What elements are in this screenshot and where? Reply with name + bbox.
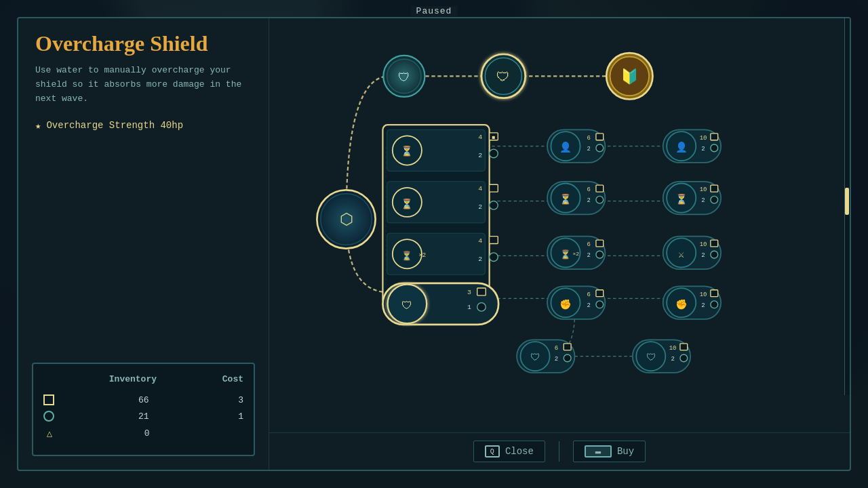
svg-text:6: 6: [555, 345, 558, 352]
inv-cost-2: 1: [216, 411, 243, 422]
svg-rect-103: [711, 240, 718, 247]
svg-text:👤: 👤: [675, 141, 688, 153]
close-label: Close: [505, 446, 534, 457]
inv-header-inventory: Inventory: [109, 374, 157, 384]
svg-text:⏳: ⏳: [401, 198, 413, 210]
svg-point-62: [596, 196, 604, 203]
svg-rect-96: [711, 185, 718, 192]
inv-cost-1: 3: [216, 395, 243, 405]
svg-text:10: 10: [669, 345, 677, 352]
svg-text:6: 6: [587, 241, 590, 248]
svg-rect-31: [490, 184, 498, 192]
resource-icon-square: [43, 394, 54, 405]
svg-text:⏳: ⏳: [560, 249, 571, 260]
scrollbar-thumb[interactable]: [845, 188, 849, 215]
close-button[interactable]: Q Close: [473, 441, 545, 462]
resource-icon-circle: [43, 411, 54, 422]
svg-text:1: 1: [467, 304, 471, 311]
svg-point-119: [680, 354, 688, 362]
inv-count-2: 21: [122, 411, 149, 422]
svg-text:2: 2: [587, 302, 590, 309]
svg-text:⏳: ⏳: [401, 145, 413, 157]
svg-text:🛡: 🛡: [530, 352, 540, 363]
svg-text:⚔: ⚔: [678, 249, 684, 260]
inv-count-1: 66: [122, 395, 149, 405]
stat-label: Overcharge Strength 40hp: [46, 120, 183, 131]
svg-point-77: [596, 301, 604, 308]
svg-rect-75: [596, 290, 604, 297]
svg-text:🛡: 🛡: [646, 352, 656, 363]
svg-text:⏳: ⏳: [559, 193, 572, 205]
svg-text:2: 2: [701, 302, 705, 309]
svg-text:2: 2: [478, 256, 482, 263]
inv-header-cost: Cost: [222, 374, 243, 384]
svg-rect-46: [477, 288, 486, 296]
buy-button[interactable]: ▬ Buy: [573, 441, 646, 462]
svg-text:10: 10: [700, 135, 707, 142]
inv-count-3: 0: [123, 428, 150, 439]
svg-text:×2: ×2: [572, 251, 579, 257]
svg-text:✊: ✊: [559, 298, 572, 310]
svg-text:👤: 👤: [559, 141, 572, 153]
svg-text:⬡: ⬡: [340, 211, 353, 229]
bottom-bar: Q Close ▬ Buy: [269, 432, 850, 470]
svg-rect-53: [596, 134, 604, 140]
paused-label: Paused: [411, 6, 458, 16]
svg-text:6: 6: [587, 135, 590, 142]
svg-rect-68: [596, 240, 604, 247]
svg-point-26: [490, 149, 498, 158]
svg-point-33: [490, 201, 498, 210]
inventory-row-3: △ 0: [43, 427, 243, 439]
svg-text:2: 2: [587, 197, 590, 204]
close-key-icon: Q: [485, 445, 500, 458]
svg-rect-82: [564, 344, 571, 350]
svg-text:2: 2: [701, 252, 705, 259]
inventory-row-2: 21 1: [43, 411, 243, 422]
skill-tree-panel: ⬡ 🛡 🛡 🔰 ⏳ ◼ 4 2: [269, 18, 850, 432]
buy-label: Buy: [617, 446, 634, 457]
inventory-row-1: 66 3: [43, 394, 243, 405]
svg-text:🛡: 🛡: [496, 70, 510, 85]
buy-key-icon: ▬: [585, 445, 612, 458]
inventory-header: Inventory Cost: [43, 374, 243, 388]
svg-point-112: [711, 301, 718, 308]
svg-text:×2: ×2: [418, 252, 426, 259]
scrollbar[interactable]: [844, 18, 850, 395]
svg-text:✊: ✊: [675, 298, 688, 310]
skill-description: Use water to manually overcharge your sh…: [35, 64, 252, 106]
close-key: Q: [490, 448, 494, 455]
svg-text:4: 4: [478, 237, 482, 245]
inventory-box: Inventory Cost 66 3 21 1 △ 0: [32, 363, 255, 456]
svg-rect-117: [680, 344, 688, 350]
svg-rect-110: [711, 290, 718, 297]
svg-text:10: 10: [700, 291, 707, 298]
svg-point-84: [564, 354, 571, 362]
svg-text:2: 2: [671, 356, 674, 363]
svg-rect-39: [490, 237, 498, 244]
svg-point-70: [596, 251, 604, 258]
svg-text:2: 2: [587, 146, 590, 152]
svg-text:6: 6: [587, 186, 590, 193]
svg-rect-60: [596, 185, 604, 192]
svg-point-91: [711, 144, 718, 152]
svg-point-98: [711, 196, 718, 203]
svg-text:2: 2: [701, 197, 705, 204]
svg-text:2: 2: [478, 203, 482, 211]
svg-point-105: [711, 251, 718, 258]
skill-stat: ★ Overcharge Strength 40hp: [35, 120, 252, 131]
svg-text:⏳: ⏳: [401, 251, 412, 262]
skill-title: Overcharge Shield: [35, 32, 252, 56]
star-icon: ★: [35, 120, 41, 131]
skill-tree-svg: ⬡ 🛡 🛡 🔰 ⏳ ◼ 4 2: [269, 18, 850, 432]
svg-text:◼: ◼: [492, 134, 496, 140]
resource-icon-triangle: △: [43, 427, 56, 439]
svg-text:2: 2: [701, 146, 705, 152]
svg-text:6: 6: [587, 291, 590, 298]
svg-text:2: 2: [555, 356, 558, 363]
main-panel: Paused Overcharge Shield Use water to ma…: [17, 17, 851, 471]
svg-text:🛡: 🛡: [401, 300, 412, 312]
svg-text:⏳: ⏳: [675, 193, 688, 205]
left-panel: Overcharge Shield Use water to manually …: [18, 18, 269, 470]
buy-key: ▬: [595, 446, 601, 457]
svg-text:2: 2: [478, 152, 482, 159]
